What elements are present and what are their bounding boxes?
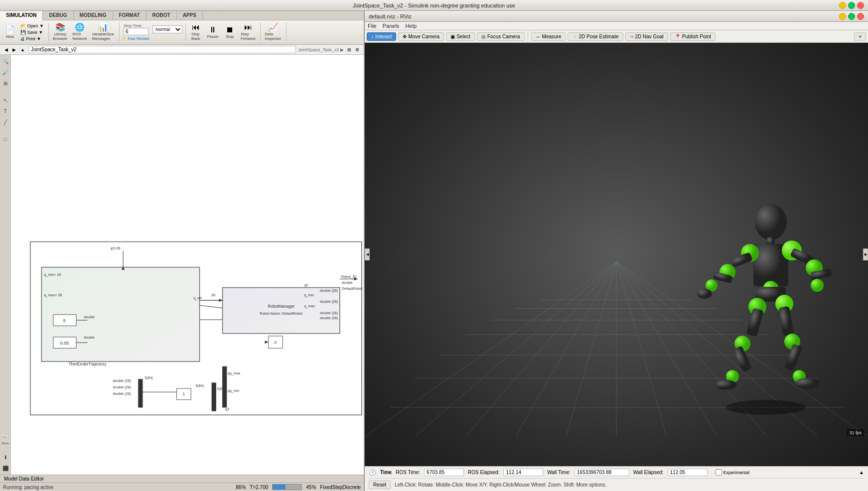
svg-line-69 <box>616 261 667 436</box>
svg-rect-14 <box>139 379 143 407</box>
library-browser-button[interactable]: 📚 Library Browser <box>51 22 69 42</box>
bottom-panel-icon[interactable]: ⬛ <box>1 464 10 473</box>
model-data-editor-button[interactable]: Model Data Editor <box>0 475 364 483</box>
sim-progress-text: 45% <box>306 485 316 490</box>
tab-apps[interactable]: APPS <box>177 11 203 20</box>
stop-icon: ⏹ <box>226 26 234 34</box>
rviz-close-btn[interactable] <box>857 13 864 20</box>
tab-robot[interactable]: ROBOT <box>146 11 177 20</box>
ros-time-input[interactable] <box>424 469 464 476</box>
rviz-right-expand-btn[interactable]: ▶ <box>863 248 868 260</box>
sim-progress-fill <box>273 485 286 490</box>
rviz-time-panel-collapse[interactable]: ▲ <box>859 470 864 475</box>
svg-text:qq_min: qq_min <box>228 389 239 393</box>
focus-camera-icon: ◎ <box>481 34 486 39</box>
svg-text:3(84): 3(84) <box>195 384 204 388</box>
simulink-title: JointSpace_Task_v2 - Simulink non-degree… <box>353 2 515 8</box>
nav-up-btn[interactable]: ▲ <box>19 47 26 53</box>
focus-camera-tool-btn[interactable]: ◎ Focus Camera <box>477 32 525 41</box>
publish-point-icon: 📍 <box>675 34 681 39</box>
svg-text:DefaultRobot: DefaultRobot <box>342 287 363 291</box>
step-back-button[interactable]: ⏮ Step Back <box>188 22 204 42</box>
fit-view-btn[interactable]: ⊞ <box>346 47 353 53</box>
variable-size-button[interactable]: 📊 VariableSize Messages <box>90 22 116 42</box>
svg-rect-97 <box>778 306 794 337</box>
fit-icon[interactable]: ⊞ <box>1 79 10 88</box>
arrow-tool-icon[interactable]: ↖ <box>1 96 10 105</box>
rviz-expand-right[interactable]: + <box>854 32 866 41</box>
experimental-checkbox[interactable] <box>716 469 722 476</box>
settings-btn[interactable]: ⚙ <box>354 47 361 53</box>
ros-elapsed-input[interactable] <box>503 469 543 476</box>
svg-point-82 <box>697 289 712 299</box>
publish-point-tool-btn[interactable]: 📍 Publish Point <box>670 32 716 41</box>
news-icon[interactable]: 📰 <box>1 431 10 440</box>
save-button[interactable]: 💾 Save ▼ <box>19 29 45 35</box>
rviz-maximize-btn[interactable] <box>848 13 855 20</box>
svg-rect-12 <box>177 388 191 400</box>
svg-marker-44 <box>219 299 222 302</box>
new-button[interactable]: 📄 New <box>2 25 18 40</box>
minimize-btn[interactable] <box>839 2 846 9</box>
sim-status: Running: pacing active <box>3 485 53 490</box>
rviz-menu-file[interactable]: File <box>368 23 377 29</box>
open-icon: 📂 <box>20 23 26 28</box>
measure-tool-btn[interactable]: ↔ Measure <box>531 32 566 41</box>
tab-format[interactable]: FORMAT <box>113 11 146 20</box>
svg-rect-0 <box>30 242 362 415</box>
solver-type: FixedStepDiscrete <box>320 485 361 490</box>
simulation-mode-select[interactable]: Normal <box>152 25 182 33</box>
select-icon: ▣ <box>450 34 455 39</box>
rviz-title: default.rviz - RViz <box>369 13 412 19</box>
ros-network-button[interactable]: 🌐 ROS Network <box>70 22 89 42</box>
nav-back-btn[interactable]: ◀ <box>3 47 9 53</box>
zoom-in-icon[interactable]: 🔍 <box>1 57 10 66</box>
print-button[interactable]: 🖨 Print ▼ <box>19 36 45 42</box>
rviz-help-text: Left-Click: Rotate. Middle-Click: Move X… <box>395 482 606 488</box>
rviz-viewport[interactable]: ◀ ▶ 31 fps <box>365 43 868 466</box>
address-bar[interactable] <box>28 46 296 53</box>
zoom-out-icon[interactable]: 🔎 <box>1 68 10 77</box>
tab-debug[interactable]: DEBUG <box>43 11 73 20</box>
rviz-left-expand-btn[interactable]: ◀ <box>365 248 370 260</box>
rviz-menu-panels[interactable]: Panels <box>383 23 400 29</box>
svg-text:3(84): 3(84) <box>145 376 153 380</box>
wall-elapsed-label: Wall Elapsed: <box>633 470 664 475</box>
print-icon: 🖨 <box>20 36 25 41</box>
interact-tool-btn[interactable]: ↕ Interact <box>367 32 396 41</box>
step-back-icon: ⏮ <box>192 23 200 31</box>
step-forward-button[interactable]: ⏭ Step Forward <box>239 22 257 42</box>
text-tool-icon[interactable]: T <box>1 107 10 116</box>
pose-estimate-tool-btn[interactable]: → 2D Pose Estimate <box>568 32 623 41</box>
tab-simulation[interactable]: SIMULATION <box>0 11 43 20</box>
svg-text:q_min> 28: q_min> 28 <box>44 273 61 277</box>
svg-text:double: double <box>84 315 95 319</box>
wall-elapsed-input[interactable] <box>668 469 708 476</box>
wall-time-label: Wall Time: <box>547 470 570 475</box>
rect-tool-icon[interactable]: □ <box>1 134 10 143</box>
sim-progress-bar <box>272 484 302 490</box>
open-button[interactable]: 📂 Open ▼ <box>19 23 45 29</box>
rviz-minimize-btn[interactable] <box>839 13 846 20</box>
stop-button[interactable]: ⏹ Stop <box>222 25 238 40</box>
select-tool-btn[interactable]: ▣ Select <box>446 32 475 41</box>
close-btn[interactable] <box>857 2 864 9</box>
stop-time-input[interactable] <box>124 28 148 35</box>
reset-btn[interactable]: Reset <box>369 481 391 489</box>
sim-time: T=2.700 <box>250 485 268 490</box>
breadcrumb[interactable]: JointSpace_Task_v2 ▶ <box>298 47 344 52</box>
nav-goal-tool-btn[interactable]: ⇒ 2D Nav Goal <box>625 32 668 41</box>
svg-text:double (28): double (28) <box>113 385 131 389</box>
tab-modeling[interactable]: MODELING <box>74 11 113 20</box>
expand-bottom-icon[interactable]: ⬇ <box>1 453 10 462</box>
wall-time-input[interactable] <box>575 469 629 476</box>
fast-restart-button[interactable]: ⚡ Fast Restart <box>122 36 149 41</box>
move-camera-tool-btn[interactable]: ✥ Move Camera <box>398 32 444 41</box>
nav-forward-btn[interactable]: ▶ <box>11 47 17 53</box>
line-tool-icon[interactable]: ╱ <box>1 118 10 126</box>
rviz-menu-help[interactable]: Help <box>405 23 417 29</box>
library-icon: 📚 <box>55 23 65 31</box>
pause-button[interactable]: ⏸ Pause <box>205 25 221 40</box>
maximize-btn[interactable] <box>848 2 855 9</box>
data-inspector-button[interactable]: 📈 Data Inspector <box>263 22 283 42</box>
